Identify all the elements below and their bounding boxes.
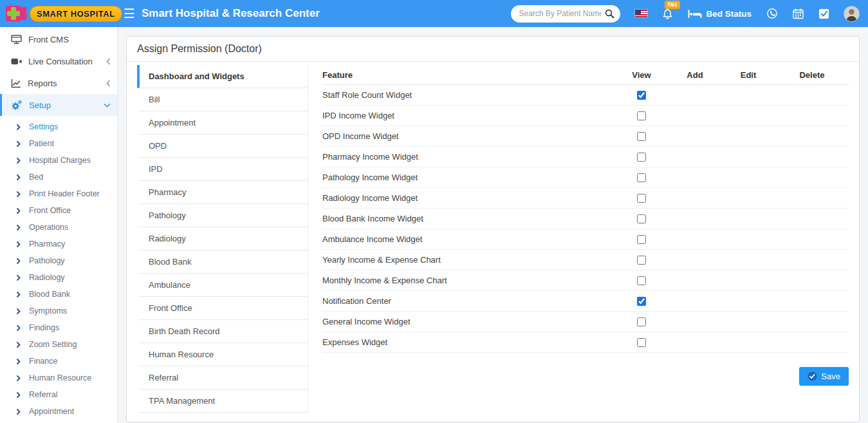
sidebar-subitem-label: Patient: [29, 139, 54, 148]
chevron-right-icon: [17, 342, 21, 348]
calendar-button[interactable]: [793, 8, 804, 19]
view-permission-checkbox[interactable]: [637, 338, 646, 347]
permission-category-item[interactable]: Appointment: [137, 111, 308, 135]
permission-rows: Staff Role Count Widget IPD Income Widge…: [322, 85, 849, 353]
permission-category-item[interactable]: OPD: [137, 135, 308, 158]
sidebar-subitem[interactable]: Front Office: [0, 202, 117, 219]
permission-category-item[interactable]: IPD: [137, 158, 308, 181]
app-logo[interactable]: SMART HOSPITAL: [0, 4, 118, 23]
language-flag-icon[interactable]: [635, 10, 647, 17]
sidebar-subitem[interactable]: Symptoms: [0, 303, 117, 319]
sidebar-subitem-label: Referral: [29, 390, 57, 399]
view-permission-cell: [614, 214, 669, 223]
view-permission-checkbox[interactable]: [637, 153, 646, 162]
category-label: Human Resource: [149, 350, 214, 359]
notification-count-badge: 593: [665, 1, 679, 9]
chevron-right-icon: [17, 208, 21, 214]
sidebar-item-live-consultation[interactable]: Live Consultation: [0, 50, 117, 72]
view-permission-checkbox[interactable]: [637, 276, 646, 285]
sidebar-subitem[interactable]: Bed: [0, 169, 117, 185]
tasks-button[interactable]: [818, 8, 829, 19]
permission-category-item[interactable]: Ambulance: [137, 274, 308, 297]
view-permission-checkbox[interactable]: [637, 111, 646, 120]
feature-row: OPD Income Widget: [322, 126, 849, 147]
search-icon[interactable]: [605, 9, 614, 19]
view-permission-cell: [614, 256, 669, 265]
permission-category-item[interactable]: Birth Death Record: [137, 320, 308, 343]
sidebar-item-front-cms[interactable]: Front CMS: [0, 28, 117, 50]
sidebar-subitem[interactable]: Appointment: [0, 403, 117, 420]
page-title: Assign Permission (Doctor): [127, 37, 859, 62]
logo-text: SMART HOSPITAL: [30, 6, 122, 22]
user-avatar[interactable]: [844, 6, 859, 21]
sidebar-item-setup[interactable]: Setup: [0, 94, 117, 116]
notifications-button[interactable]: 593: [662, 8, 673, 23]
feature-label: Expenses Widget: [322, 337, 387, 347]
sidebar-subitem[interactable]: Pathology: [0, 252, 117, 269]
sidebar-subitem[interactable]: Print Header Footer: [0, 185, 117, 202]
view-permission-checkbox[interactable]: [637, 132, 646, 141]
permission-category-item[interactable]: Dashboard and Widgets: [137, 65, 308, 88]
sidebar-subitem[interactable]: Radiology: [0, 269, 117, 286]
chevron-right-icon: [17, 375, 21, 381]
feature-row: Pharmacy Income Widget: [322, 147, 849, 167]
sidebar-item-reports[interactable]: Reports: [0, 72, 117, 94]
menu-toggle-icon[interactable]: ☰: [124, 7, 135, 20]
search-input[interactable]: [511, 5, 620, 23]
view-permission-checkbox[interactable]: [637, 173, 646, 182]
sidebar-item-label: Reports: [28, 79, 100, 88]
permission-category-item[interactable]: Front Office: [137, 297, 308, 320]
sidebar-subitem-label: Hospital Charges: [29, 156, 91, 165]
view-permission-cell: [614, 132, 669, 141]
monitor-icon: [11, 34, 22, 44]
permission-category-item[interactable]: Human Resource: [137, 343, 308, 366]
sidebar-subitem[interactable]: Patient: [0, 135, 117, 152]
permission-category-item[interactable]: TPA Management: [137, 390, 308, 413]
sidebar-subitem[interactable]: Finance: [0, 353, 117, 370]
permission-category-item[interactable]: Pathology: [137, 204, 308, 227]
chevron-left-icon: [106, 58, 111, 65]
sidebar-subitem[interactable]: Pharmacy: [0, 236, 117, 252]
view-permission-checkbox[interactable]: [637, 256, 646, 265]
permission-category-item[interactable]: Bill: [137, 88, 308, 111]
save-button[interactable]: Save: [799, 367, 849, 386]
video-camera-icon: [11, 57, 22, 66]
view-permission-checkbox[interactable]: [637, 194, 646, 203]
sidebar-subitem[interactable]: Zoom Setting: [0, 336, 117, 353]
permission-category-item[interactable]: Radiology: [137, 227, 308, 250]
column-header-view: View: [614, 70, 669, 80]
sidebar-subitem[interactable]: Human Resource: [0, 370, 117, 386]
bed-status-button[interactable]: Bed Status: [688, 9, 752, 19]
category-label: Dashboard and Widgets: [149, 71, 245, 81]
view-permission-checkbox[interactable]: [637, 297, 646, 306]
feature-label: Blood Bank Income Widget: [322, 214, 423, 223]
chevron-right-icon: [17, 124, 21, 130]
sidebar-subitem[interactable]: Referral: [0, 386, 117, 403]
sidebar-subitem[interactable]: Operations: [0, 219, 117, 236]
view-permission-checkbox[interactable]: [637, 317, 646, 326]
sidebar-subitem[interactable]: Settings: [0, 118, 117, 135]
sidebar-nav: Front CMS Live Consultation Reports: [0, 27, 118, 423]
permission-category-item[interactable]: Blood Bank: [137, 250, 308, 274]
view-permission-checkbox[interactable]: [637, 91, 646, 100]
permission-category-item[interactable]: Referral: [137, 366, 308, 390]
permission-table-header: Feature View Add Edit Delete: [322, 65, 849, 85]
whatsapp-button[interactable]: [766, 8, 778, 19]
view-permission-checkbox[interactable]: [637, 214, 646, 223]
permission-category-item[interactable]: Pharmacy: [137, 181, 308, 204]
category-label: Appointment: [149, 118, 196, 127]
category-label: Pharmacy: [149, 187, 187, 197]
category-label: Bill: [149, 95, 160, 104]
sidebar-subitem[interactable]: Findings: [0, 319, 117, 336]
sidebar-subitem[interactable]: Blood Bank: [0, 286, 117, 303]
bell-icon: [662, 8, 673, 20]
main-content: Assign Permission (Doctor) Dashboard and…: [118, 27, 868, 423]
feature-row: General Income Widget: [322, 312, 849, 332]
sidebar-subitem[interactable]: Hospital Charges: [0, 152, 117, 169]
chevron-right-icon: [17, 308, 21, 314]
category-label: Blood Bank: [149, 257, 192, 267]
bed-icon: [688, 9, 702, 19]
view-permission-checkbox[interactable]: [637, 235, 646, 244]
sidebar-subitem-label: Appointment: [29, 407, 74, 416]
category-label: Front Office: [149, 303, 192, 313]
